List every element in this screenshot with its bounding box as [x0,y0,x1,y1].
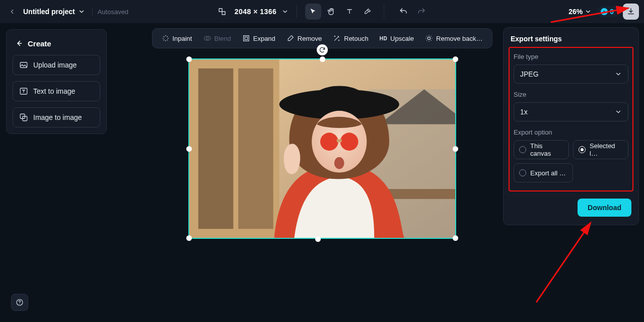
canvas-dimensions: 2048 × 1366 [235,8,277,16]
chevron-down-icon [281,8,289,15]
svg-rect-0 [20,62,27,68]
back-button[interactable] [5,5,19,19]
canvas-image-selection[interactable] [188,58,456,239]
redo-button[interactable] [413,4,430,20]
arrow-left-icon [15,39,24,48]
eyedropper-icon [364,8,372,16]
undo-icon [399,7,408,16]
option-export-all[interactable]: Export all … [514,163,573,182]
refresh-icon [319,46,326,53]
svg-rect-6 [243,36,249,41]
option-selected-layers[interactable]: Selected l… [573,140,628,159]
blend-icon [203,34,211,42]
resize-handle[interactable] [186,235,192,241]
upload-image-button[interactable]: Upload image [13,55,100,75]
project-title-text: Untitled project [23,8,75,16]
zoom-value: 26% [568,8,583,16]
svg-rect-20 [337,139,342,142]
credits-badge[interactable]: 0 [597,6,618,17]
radio-icon [519,169,526,176]
expand-icon [242,34,250,42]
annotation-highlight: File type JPEG Size 1x Export option Thi… [509,47,633,191]
image-to-image-label: Image to image [33,113,82,121]
credits-value: 0 [610,8,614,16]
create-panel: Create Upload image Text to image Image … [6,29,107,134]
project-title[interactable]: Untitled project [23,8,85,16]
hd-icon: HD [380,36,387,41]
export-option-label: Export option [514,128,628,136]
chevron-down-icon [615,108,622,115]
resize-handle[interactable] [320,56,325,62]
size-select[interactable]: 1x [514,102,628,121]
svg-rect-12 [238,69,273,229]
text-tool[interactable] [341,4,357,20]
resize-handle[interactable] [186,56,192,62]
resize-handle[interactable] [453,235,458,241]
divider [297,5,297,18]
create-label: Create [28,39,51,48]
chevron-down-icon [615,71,622,78]
help-button[interactable] [11,294,28,311]
svg-point-19 [340,133,359,151]
zoom-control[interactable]: 26% [568,8,592,16]
file-type-select[interactable]: JPEG [514,65,628,84]
hand-tool[interactable] [323,4,339,20]
help-icon [16,298,24,306]
svg-rect-7 [245,37,247,39]
svg-point-8 [427,37,430,39]
svg-rect-11 [198,69,233,229]
top-bar: Untitled project Autosaved 2048 × 1366 [0,0,644,23]
size-value: 1x [520,108,528,116]
text-icon [345,8,353,16]
file-type-value: JPEG [520,70,539,78]
chevron-left-icon [9,8,16,15]
radio-icon [519,146,526,153]
wand-icon [333,34,341,42]
remove-background-action[interactable]: Remove back… [420,28,487,48]
download-icon [626,7,635,16]
size-label: Size [514,91,628,98]
divider [384,5,384,18]
swap-dimensions-icon[interactable] [214,4,230,19]
canvas-image [189,59,455,238]
resize-handle[interactable] [315,236,321,242]
chevron-down-icon [78,8,85,15]
svg-point-21 [334,157,344,169]
resize-handle[interactable] [186,146,192,152]
create-header[interactable]: Create [13,36,100,55]
blend-action[interactable]: Blend [198,28,236,48]
svg-point-18 [320,133,338,151]
file-type-label: File type [514,53,628,60]
image-to-image-icon [19,113,28,122]
download-button[interactable] [623,4,639,20]
image-to-image-button[interactable]: Image to image [13,107,100,127]
resize-handle[interactable] [453,146,458,152]
hand-icon [327,7,336,16]
upscale-action[interactable]: HD Upscale [375,28,419,48]
export-panel: Export settings File type JPEG Size 1x E… [503,27,639,225]
undo-button[interactable] [395,4,411,20]
regenerate-button[interactable] [317,44,328,55]
text-to-image-button[interactable]: Text to image [13,81,100,101]
resize-handle[interactable] [453,56,458,62]
inpaint-action[interactable]: Inpaint [156,28,197,48]
expand-action[interactable]: Expand [237,28,280,48]
retouch-action[interactable]: Retouch [328,28,373,48]
inpaint-icon [161,34,169,42]
credits-icon [601,8,608,15]
redo-icon [417,7,426,16]
canvas-size-group[interactable]: 2048 × 1366 [214,4,289,19]
eyedropper-tool[interactable] [360,4,376,20]
chevron-down-icon [585,8,592,15]
upload-image-icon [19,60,28,70]
text-to-image-label: Text to image [33,87,75,95]
annotation-arrow [531,217,597,307]
remove-bg-icon [425,34,433,42]
svg-line-22 [536,223,591,302]
autosaved-label: Autosaved [92,8,128,16]
select-tool[interactable] [305,4,321,20]
upload-image-label: Upload image [33,61,77,69]
export-title: Export settings [511,35,631,43]
download-confirm-button[interactable]: Download [578,199,631,217]
option-this-canvas[interactable]: This canvas [514,140,569,159]
